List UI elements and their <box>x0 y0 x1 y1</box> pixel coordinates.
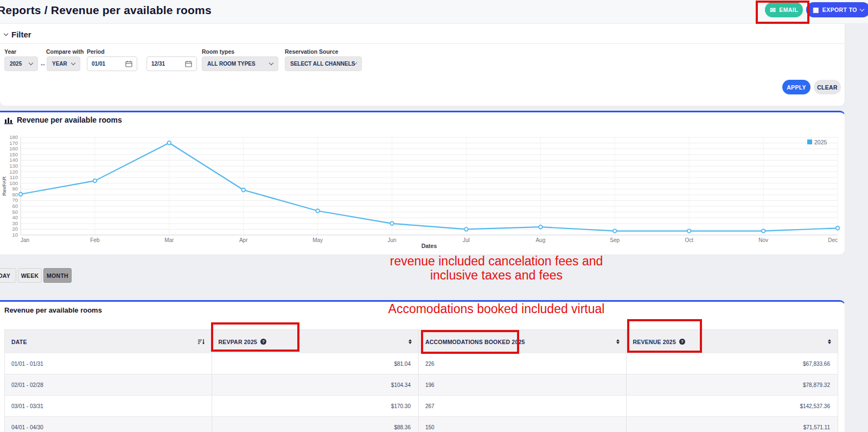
cell-booked: 226 <box>419 353 627 374</box>
cell-revenue: $67,833.66 <box>627 353 838 374</box>
room-types-value: ALL ROOM TYPES <box>207 61 256 67</box>
chevron-down-icon <box>860 7 864 11</box>
filter-section-toggle[interactable]: Filter <box>4 30 31 39</box>
svg-text:70: 70 <box>12 197 18 203</box>
column-header-revpar-label: REVPAR 2025 <box>219 339 257 345</box>
svg-text:80: 80 <box>12 192 18 198</box>
column-header-revenue-label: REVENUE 2025 <box>633 339 676 345</box>
export-button-label: EXPORT TO <box>822 7 857 13</box>
svg-text:Mar: Mar <box>164 237 174 243</box>
svg-text:Jun: Jun <box>387 237 396 243</box>
column-header-date[interactable]: DATE <box>5 330 212 353</box>
svg-text:140: 140 <box>9 157 18 163</box>
cell-booked: 150 <box>419 417 627 432</box>
divider <box>0 43 845 44</box>
cell-date: 02/01 - 02/28 <box>5 374 212 396</box>
year-select[interactable]: 2025 <box>4 56 38 71</box>
compare-with-select[interactable]: YEAR <box>47 56 80 71</box>
toggle-month-button[interactable]: MONTH <box>43 268 72 283</box>
svg-text:50: 50 <box>12 209 18 215</box>
cell-booked: 267 <box>419 396 627 417</box>
filter-title: Filter <box>11 30 31 39</box>
cell-revenue: $71,571.11 <box>627 417 838 432</box>
svg-text:150: 150 <box>9 151 18 157</box>
cell-booked: 196 <box>419 374 627 396</box>
sort-updown-icon[interactable] <box>828 339 831 345</box>
column-header-date-label: DATE <box>11 339 27 345</box>
sort-amount-icon[interactable] <box>197 339 205 345</box>
chevron-down-icon <box>71 61 75 65</box>
room-types-select[interactable]: ALL ROOM TYPES <box>202 56 278 71</box>
reservation-source-select[interactable]: SELECT ALL CHANNELS <box>285 56 362 71</box>
clear-button[interactable]: CLEAR <box>814 80 841 94</box>
apply-button[interactable]: APPLY <box>782 80 810 94</box>
svg-text:90: 90 <box>12 186 18 192</box>
cell-revpar: $170.30 <box>212 396 419 417</box>
room-types-label: Room types <box>202 48 234 55</box>
svg-text:120: 120 <box>9 169 18 175</box>
table-row: 01/01 - 01/31 $81.04 226 $67,833.66 <box>5 353 838 374</box>
toggle-week-button[interactable]: WEEK <box>18 268 42 283</box>
cell-date: 03/01 - 03/31 <box>5 396 212 417</box>
period-from-value: 01/01 <box>92 61 105 67</box>
column-header-accommodations[interactable]: ACCOMMODATIONS BOOKED 2025 <box>419 330 627 353</box>
annotation-table-note: Accomodations booked included virtual <box>334 302 659 316</box>
revpar-table: DATE REVPAR 2025 ? ACCOMMODATIONS BOOKED… <box>4 329 838 432</box>
period-label: Period <box>87 48 105 55</box>
svg-text:160: 160 <box>9 145 18 151</box>
table-title: Revenue per available rooms <box>4 306 102 314</box>
svg-text:130: 130 <box>9 163 18 169</box>
sort-updown-icon[interactable] <box>616 339 620 345</box>
help-icon[interactable]: ? <box>260 339 266 345</box>
svg-text:Dates: Dates <box>422 243 437 249</box>
chevron-down-icon <box>269 61 273 65</box>
help-icon[interactable]: ? <box>679 339 685 345</box>
calendar-icon[interactable] <box>185 60 192 67</box>
period-to-input[interactable]: 12/31 <box>146 56 197 71</box>
annotation-chart-note: revenue included cancelation fees and in… <box>334 254 659 282</box>
svg-text:Feb: Feb <box>90 237 100 243</box>
sort-updown-icon[interactable] <box>409 339 412 345</box>
toggle-day-button[interactable]: DAY <box>0 268 16 283</box>
svg-text:180: 180 <box>9 134 18 140</box>
compare-with-value: YEAR <box>52 61 67 67</box>
chevron-down-icon <box>354 61 358 65</box>
svg-text:Jan: Jan <box>21 237 29 243</box>
annotation-chart-note-line1: revenue included cancelation fees and <box>334 254 659 268</box>
table-row: 04/01 - 04/30 $88.36 150 $71,571.11 <box>5 417 838 432</box>
svg-text:30: 30 <box>12 220 18 226</box>
email-button-label: EMAIL <box>779 7 798 13</box>
swap-arrow-icon: ↔ <box>40 60 46 67</box>
svg-text:10: 10 <box>12 232 18 238</box>
year-label: Year <box>4 48 16 55</box>
cell-revpar: $81.04 <box>212 353 419 374</box>
cell-date: 04/01 - 04/30 <box>5 417 212 432</box>
email-button[interactable]: ✉ EMAIL <box>765 2 803 17</box>
column-header-revenue[interactable]: REVENUE 2025 ? <box>627 330 838 353</box>
calendar-icon[interactable] <box>125 60 132 67</box>
period-to-value: 12/31 <box>151 61 165 67</box>
revpar-line-chart: 1020304050607080901001101201301401501601… <box>1 132 843 250</box>
svg-text:2025: 2025 <box>814 139 827 145</box>
grid-icon: ▦ <box>813 6 819 14</box>
column-header-revpar[interactable]: REVPAR 2025 ? <box>212 330 419 353</box>
chevron-down-icon <box>29 61 33 65</box>
svg-text:Sep: Sep <box>610 237 620 243</box>
svg-text:Nov: Nov <box>758 237 768 243</box>
svg-text:RevPAR: RevPAR <box>1 176 7 196</box>
reservation-source-label: Reservation Source <box>285 48 339 55</box>
export-to-button[interactable]: ▦ EXPORT TO <box>806 2 868 17</box>
chart-title: Revenue per available rooms <box>17 116 122 124</box>
year-select-value: 2025 <box>10 61 22 67</box>
svg-text:Apr: Apr <box>239 237 248 243</box>
svg-text:110: 110 <box>10 174 18 180</box>
page-title: Reports / Revenue per available rooms <box>0 4 212 17</box>
svg-text:20: 20 <box>12 226 18 232</box>
svg-text:40: 40 <box>12 214 18 220</box>
svg-text:100: 100 <box>9 180 18 186</box>
bar-chart-icon <box>4 116 13 124</box>
svg-text:Aug: Aug <box>535 237 545 243</box>
period-from-input[interactable]: 01/01 <box>87 56 137 71</box>
annotation-chart-note-line2: inclusive taxes and fees <box>334 268 659 282</box>
cell-date: 01/01 - 01/31 <box>5 353 212 374</box>
